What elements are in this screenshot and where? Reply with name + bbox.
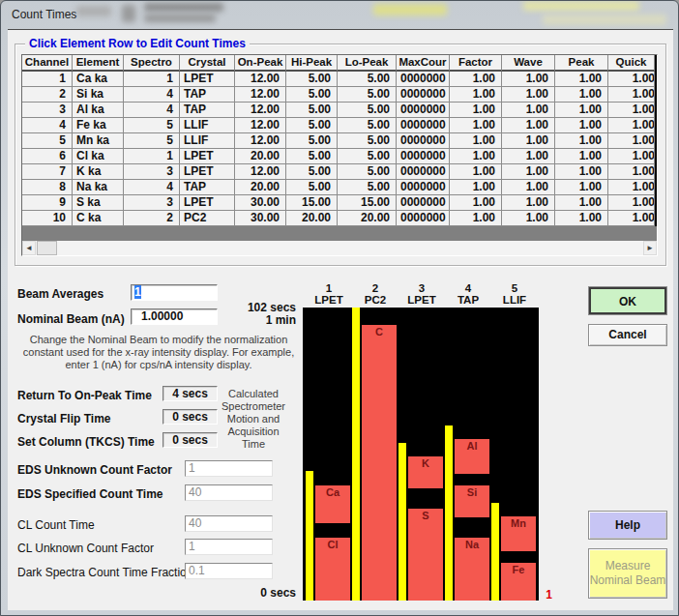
table-cell[interactable]: 8 bbox=[22, 180, 73, 195]
table-cell[interactable]: 6 bbox=[22, 149, 73, 164]
table-cell[interactable]: 12.00 bbox=[235, 103, 286, 118]
table-cell[interactable]: 0000000 bbox=[397, 118, 450, 133]
table-cell[interactable]: S ka bbox=[73, 195, 124, 211]
table-cell[interactable]: 1.00 bbox=[608, 211, 655, 226]
table-cell[interactable]: LPET bbox=[180, 149, 235, 164]
table-cell[interactable]: 1.00 bbox=[608, 103, 655, 118]
table-cell[interactable]: 1.00 bbox=[450, 72, 502, 87]
table-cell[interactable]: 1 bbox=[124, 72, 180, 87]
table-cell[interactable]: LLIF bbox=[180, 133, 235, 149]
table-cell[interactable]: 1.00 bbox=[608, 149, 655, 164]
scroll-right-arrow[interactable]: ► bbox=[643, 241, 657, 255]
table-cell[interactable]: 1.00 bbox=[450, 211, 502, 226]
table-cell[interactable]: 1.00 bbox=[502, 103, 555, 118]
table-cell[interactable]: 1.00 bbox=[502, 180, 555, 195]
table-cell[interactable]: LPET bbox=[180, 195, 235, 211]
table-cell[interactable]: 5.00 bbox=[286, 133, 338, 149]
table-cell[interactable]: Fe ka bbox=[73, 118, 124, 133]
table-cell[interactable]: 5.00 bbox=[286, 72, 338, 87]
table-cell[interactable]: 5.00 bbox=[286, 103, 338, 118]
table-cell[interactable]: 0000000 bbox=[397, 211, 450, 226]
table-row[interactable]: 2Si ka4TAP12.005.005.0000000001.001.001.… bbox=[22, 87, 657, 103]
table-cell[interactable]: 1.00 bbox=[502, 211, 555, 226]
table-cell[interactable]: 12.00 bbox=[235, 72, 286, 87]
table-cell[interactable]: 2 bbox=[22, 87, 73, 103]
table-cell[interactable]: 3 bbox=[124, 164, 180, 180]
cancel-button[interactable]: Cancel bbox=[588, 324, 667, 346]
table-row[interactable]: 5Mn ka5LLIF12.005.005.0000000001.001.001… bbox=[22, 133, 657, 149]
help-button[interactable]: Help bbox=[588, 511, 667, 540]
table-cell[interactable]: Si ka bbox=[73, 87, 124, 103]
table-cell[interactable]: 1.00 bbox=[502, 195, 555, 211]
scroll-left-arrow[interactable]: ◄ bbox=[22, 241, 36, 255]
table-cell[interactable]: Ca ka bbox=[73, 72, 124, 87]
table-cell[interactable]: Al ka bbox=[73, 103, 124, 118]
table-cell[interactable]: 3 bbox=[22, 103, 73, 118]
table-cell[interactable]: 20.00 bbox=[235, 180, 286, 195]
table-row[interactable]: 4Fe ka5LLIF12.005.005.0000000001.001.001… bbox=[22, 118, 657, 133]
table-cell[interactable]: 5.00 bbox=[286, 149, 338, 164]
table-cell[interactable]: 1.00 bbox=[608, 72, 655, 87]
table-cell[interactable]: 20.00 bbox=[338, 211, 397, 226]
table-row[interactable]: 8Na ka4TAP20.005.005.0000000001.001.001.… bbox=[22, 180, 657, 195]
table-cell[interactable]: 2 bbox=[124, 211, 180, 226]
table-cell[interactable]: 1.00 bbox=[608, 87, 655, 103]
table-cell[interactable]: 1.00 bbox=[555, 133, 608, 149]
table-cell[interactable]: 15.00 bbox=[286, 195, 338, 211]
horizontal-scrollbar[interactable]: ◄ ► bbox=[22, 241, 657, 255]
table-cell[interactable]: 1.00 bbox=[502, 72, 555, 87]
table-cell[interactable]: LPET bbox=[180, 164, 235, 180]
table-cell[interactable]: 4 bbox=[124, 87, 180, 103]
table-cell[interactable]: 30.00 bbox=[235, 195, 286, 211]
table-cell[interactable]: 1.00 bbox=[502, 118, 555, 133]
table-cell[interactable]: 1.00 bbox=[555, 195, 608, 211]
table-cell[interactable]: LLIF bbox=[180, 118, 235, 133]
table-cell[interactable]: TAP bbox=[180, 103, 235, 118]
table-cell[interactable]: 12.00 bbox=[235, 87, 286, 103]
table-cell[interactable]: 0000000 bbox=[397, 87, 450, 103]
table-cell[interactable]: 1.00 bbox=[450, 133, 502, 149]
table-cell[interactable]: 5.00 bbox=[338, 87, 397, 103]
table-cell[interactable]: 5.00 bbox=[286, 180, 338, 195]
table-cell[interactable]: 1.00 bbox=[450, 149, 502, 164]
table-cell[interactable]: 5.00 bbox=[338, 133, 397, 149]
table-cell[interactable]: 5.00 bbox=[338, 149, 397, 164]
table-cell[interactable]: 0000000 bbox=[397, 103, 450, 118]
table-cell[interactable]: 4 bbox=[124, 180, 180, 195]
table-cell[interactable]: PC2 bbox=[180, 211, 235, 226]
table-cell[interactable]: 5.00 bbox=[338, 164, 397, 180]
table-cell[interactable]: 5 bbox=[124, 118, 180, 133]
table-cell[interactable]: 1.00 bbox=[555, 211, 608, 226]
table-cell[interactable]: 5.00 bbox=[286, 87, 338, 103]
table-cell[interactable]: Cl ka bbox=[73, 149, 124, 164]
table-cell[interactable]: 1 bbox=[22, 72, 73, 87]
table-row[interactable]: 1Ca ka1LPET12.005.005.0000000001.001.001… bbox=[22, 72, 657, 87]
scrollbar-thumb[interactable] bbox=[37, 241, 57, 255]
table-cell[interactable]: 1.00 bbox=[555, 72, 608, 87]
table-cell[interactable]: 1.00 bbox=[502, 133, 555, 149]
table-cell[interactable]: 1.00 bbox=[502, 149, 555, 164]
table-cell[interactable]: 1.00 bbox=[555, 103, 608, 118]
title-bar[interactable]: Count Times bbox=[1, 1, 679, 29]
table-cell[interactable]: 10 bbox=[22, 211, 73, 226]
table-cell[interactable]: 1.00 bbox=[555, 87, 608, 103]
table-cell[interactable]: 5 bbox=[22, 133, 73, 149]
table-cell[interactable]: 5 bbox=[124, 133, 180, 149]
table-cell[interactable]: 1.00 bbox=[608, 195, 655, 211]
table-cell[interactable]: 5.00 bbox=[338, 180, 397, 195]
table-cell[interactable]: 4 bbox=[22, 118, 73, 133]
table-cell[interactable]: 0000000 bbox=[397, 72, 450, 87]
table-cell[interactable]: 15.00 bbox=[338, 195, 397, 211]
table-cell[interactable]: 1.00 bbox=[555, 118, 608, 133]
table-cell[interactable]: 12.00 bbox=[235, 164, 286, 180]
table-cell[interactable]: 7 bbox=[22, 164, 73, 180]
table-cell[interactable]: 1.00 bbox=[502, 87, 555, 103]
table-cell[interactable]: 0000000 bbox=[397, 149, 450, 164]
table-cell[interactable]: 5.00 bbox=[338, 118, 397, 133]
table-cell[interactable]: 9 bbox=[22, 195, 73, 211]
table-cell[interactable]: 0000000 bbox=[397, 164, 450, 180]
ok-button[interactable]: OK bbox=[588, 286, 667, 315]
table-cell[interactable]: 0000000 bbox=[397, 195, 450, 211]
table-cell[interactable]: K ka bbox=[73, 164, 124, 180]
table-cell[interactable]: C ka bbox=[73, 211, 124, 226]
